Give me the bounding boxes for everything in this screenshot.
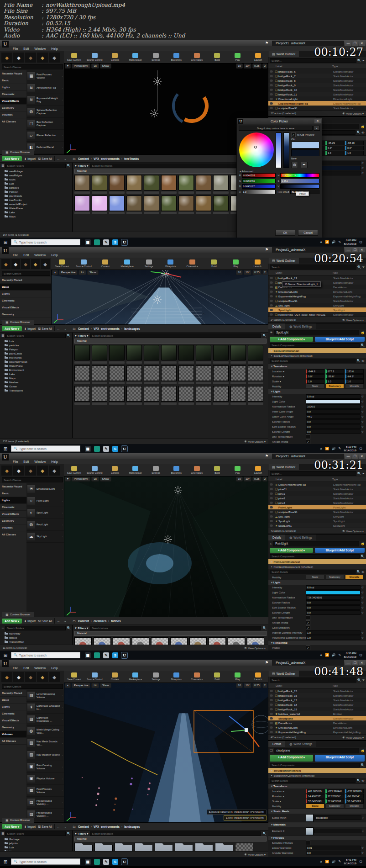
mode-category-geometry[interactable]: Geometry [0, 311, 51, 318]
asset-search-input[interactable] [90, 626, 261, 630]
import-button[interactable]: ⬇ Import [24, 327, 36, 330]
add-component-button[interactable]: + Add Component ▾ [270, 548, 313, 553]
viewport-lit-button[interactable]: Lit [78, 270, 86, 275]
world-outliner-tab[interactable]: ▤World Outliner [268, 51, 299, 57]
toolbar-play-button[interactable]: Play [228, 672, 248, 681]
asset-tile[interactable] [126, 365, 142, 384]
folder-item[interactable]: particles [0, 185, 72, 190]
label-column-header[interactable]: Label [268, 683, 332, 688]
value-box[interactable]: 1000.0 [306, 404, 361, 409]
menu-window[interactable]: Window [34, 46, 46, 51]
reset-icon[interactable]: ↺ [361, 415, 364, 418]
view-options-button[interactable]: 👁 View Options ▾ [342, 736, 364, 739]
mode-category-visual-effects[interactable]: Visual Effects [0, 717, 26, 724]
add-component-button[interactable]: + Add Component ▾ [270, 337, 313, 342]
outliner-row[interactable]: ❏bridgeRock_13StaticMeshActor [268, 275, 366, 280]
folder-item[interactable]: rocks [0, 177, 72, 181]
breadcrumb-vfx_environments[interactable]: VFX_environments [94, 327, 120, 330]
z-value-box[interactable]: 135.6 [345, 369, 364, 374]
volume-icon[interactable]: 🔊 [332, 240, 336, 244]
toolbar-build-button[interactable]: Build [204, 259, 224, 268]
section-header[interactable]: ▾Light [268, 389, 366, 394]
toolbar-build-button[interactable]: Build [207, 53, 227, 61]
notification-icon[interactable]: ⚑ [265, 247, 268, 252]
toolbar-cinematics-button[interactable]: Cinematics [187, 672, 207, 681]
outliner-row[interactable]: ❏bridgeRock_7StaticMeshActor [268, 74, 366, 78]
slider-value[interactable] [280, 184, 319, 189]
toolbar-marketplace-button[interactable]: Marketplace [125, 466, 146, 474]
placeable-item[interactable]: ◐Spot Light◦ [26, 507, 64, 519]
label-column-header[interactable]: Label [268, 270, 332, 275]
eyedropper-icon[interactable]: ✒ [301, 162, 308, 168]
mode-category-basic[interactable]: Basic [0, 284, 51, 291]
reset-icon[interactable]: ↺ [361, 611, 364, 614]
browse-icon[interactable]: ⌕ [362, 816, 364, 820]
details-tab[interactable]: Details [268, 741, 285, 747]
eye-icon[interactable]: 👁 [361, 779, 365, 783]
y-value-box[interactable]: 0.0° [325, 146, 344, 150]
sources-toggle-icon[interactable]: ☰ [1, 334, 4, 338]
breadcrumb-treetrunks[interactable]: treeTrunks [124, 157, 139, 160]
lock-icon[interactable]: 🔒 [361, 542, 365, 545]
place-tool-icon-3[interactable]: ◆ [25, 466, 36, 476]
toolbar-blueprints-button[interactable]: Blueprints [166, 672, 186, 681]
z-value-box[interactable]: 0.0° [345, 146, 364, 150]
place-tool-icon-4[interactable]: ◆ [31, 259, 40, 269]
color-slider-s[interactable]: S0.553 [278, 179, 319, 183]
z-value-box[interactable]: -64.9° [345, 374, 364, 379]
asset-tile[interactable] [74, 345, 90, 364]
filters-button[interactable]: ▼ Filters ▾ [74, 832, 88, 835]
asset-tile[interactable] [92, 196, 107, 214]
taskbar-search[interactable]: 🔍Type here to search [11, 858, 80, 865]
world-settings-tab[interactable]: ◍World Settings [285, 741, 316, 747]
z-value-box[interactable]: 1.0 [345, 151, 364, 155]
maximize-button[interactable]: ❐ [352, 41, 358, 46]
outliner-row[interactable]: ❏pine2StaticMeshActor [268, 491, 366, 496]
world-settings-tab[interactable]: ◍World Settings [285, 323, 316, 329]
visibility-eye-icon[interactable] [270, 511, 273, 513]
checkbox[interactable] [306, 615, 310, 620]
place-tool-icon-4[interactable]: ◆ [37, 53, 48, 63]
actor-name-field[interactable]: PointLight [273, 541, 359, 546]
place-tool-icon-5[interactable]: ◆ [49, 53, 60, 63]
filter-chip[interactable]: Material [74, 339, 267, 344]
modes-search-input[interactable] [2, 684, 63, 689]
filter-icon[interactable]: ⏷ [362, 265, 365, 269]
visibility-eye-icon[interactable] [270, 694, 273, 697]
placeable-item[interactable]: ≋Exponential Height Fog◦ [26, 94, 64, 106]
visibility-eye-icon[interactable] [270, 277, 273, 279]
z-value-box[interactable]: 57.0455093 [345, 799, 364, 804]
checkbox[interactable] [306, 841, 310, 845]
outliner-row[interactable]: ☀DirectionalLightDirectionalLight [268, 725, 366, 730]
toolbar-content-button[interactable]: Content [95, 259, 115, 268]
folder-item[interactable]: WaterPlane [0, 364, 72, 368]
close-button[interactable]: ✕ [359, 454, 365, 459]
filters-button[interactable]: ▼ Filters ▾ [74, 164, 88, 167]
outliner-row[interactable]: ❏pine01StaticMeshActor [268, 487, 366, 491]
tray-chevron-icon[interactable]: ∧ [320, 653, 322, 657]
folder-search-input[interactable] [5, 831, 66, 836]
place-tool-icon-5[interactable]: ◆ [49, 672, 60, 682]
value-box[interactable]: 0.0 [306, 605, 361, 610]
color-slider-b[interactable]: B0.0045167 [239, 184, 276, 189]
asset-tile[interactable] [74, 196, 90, 214]
mode-category-recently-placed[interactable]: Recently Placed [0, 277, 51, 284]
placeable-item[interactable]: ◍Rect Light◦ [26, 519, 64, 531]
menu-edit[interactable]: Edit [23, 666, 29, 671]
asset-tile[interactable] [126, 345, 142, 364]
components-search-input[interactable] [270, 554, 360, 559]
eye-icon[interactable]: 👁 [361, 131, 365, 134]
placeable-item[interactable]: ▱Planar Reflection◦ [26, 130, 64, 142]
place-tool-icon-3[interactable]: ◆ [25, 672, 36, 682]
mode-category-recently-placed[interactable]: Recently Placed [0, 690, 26, 697]
asset-search-input[interactable] [90, 333, 261, 338]
visibility-eye-icon[interactable] [270, 84, 273, 86]
asset-tile[interactable] [144, 196, 159, 214]
asset-tile[interactable] [175, 843, 193, 852]
reset-icon[interactable]: ↺ [361, 171, 364, 175]
volume-icon[interactable]: 🔊 [332, 653, 336, 657]
asset-tile[interactable] [196, 365, 211, 384]
asset-tile[interactable] [94, 843, 113, 852]
outliner-row[interactable]: ☀DirectionalLightDirectionalLight [268, 289, 366, 294]
folder-item[interactable]: Meshes [0, 380, 72, 384]
